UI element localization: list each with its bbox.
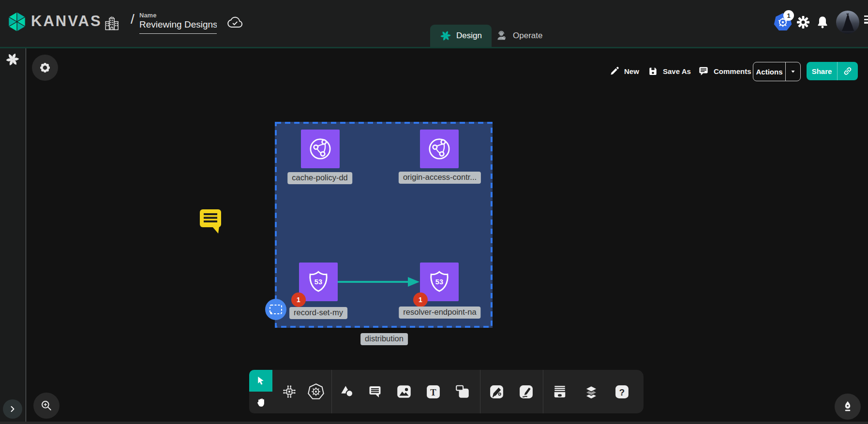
left-sidebar — [0, 48, 26, 424]
window-bottom-edge — [0, 422, 868, 424]
kubernetes-tool[interactable] — [305, 381, 327, 402]
comment-marker-icon — [199, 208, 223, 235]
avatar-image — [836, 11, 859, 34]
layers-tool[interactable] — [581, 381, 602, 402]
selection-group-distribution[interactable]: cache-policy-dd origin-access-contr... 5… — [275, 122, 493, 328]
tab-design[interactable]: Design — [430, 25, 492, 47]
design-name-input[interactable] — [139, 19, 217, 34]
help-glyph: ? — [619, 387, 624, 397]
flower-widget-icon — [38, 60, 52, 75]
image-tool[interactable] — [393, 381, 415, 402]
share-button-label: Share — [807, 62, 837, 80]
text-tool-glyph: T — [430, 387, 436, 397]
pen-nib-icon — [841, 400, 854, 413]
error-badge-record-set[interactable]: 1 — [291, 292, 306, 307]
organization-button[interactable] — [103, 15, 120, 32]
node-label-record-set: record-set-my — [289, 307, 347, 319]
link-icon — [842, 66, 853, 76]
shapes-icon — [339, 383, 355, 400]
pen-tool[interactable] — [486, 381, 507, 402]
tab-operate-label: Operate — [513, 31, 542, 41]
actions-dropdown-button[interactable]: Actions — [753, 62, 801, 81]
notifications-bell-icon — [815, 15, 830, 29]
kubernetes-helm-icon — [307, 383, 325, 400]
node-label-cache-policy: cache-policy-dd — [287, 172, 352, 184]
new-button-label: New — [624, 67, 639, 75]
route53-shield-icon: 53 — [427, 269, 452, 294]
breadcrumb-separator: / — [131, 12, 135, 27]
tab-design-label: Design — [456, 31, 482, 41]
settings-button[interactable] — [795, 15, 811, 30]
tab-operate[interactable]: Operate — [486, 25, 552, 47]
cloud-saved-icon — [225, 14, 244, 32]
cursor-icon — [254, 375, 267, 387]
meshery-swirl-icon — [5, 52, 20, 67]
layers-icon — [583, 383, 600, 400]
floppy-save-icon — [647, 66, 658, 77]
text-tool[interactable]: T — [422, 381, 444, 402]
note-icon — [454, 383, 471, 400]
selection-left-handle[interactable] — [265, 299, 286, 320]
actions-caret[interactable] — [785, 62, 800, 81]
settings-gear-icon — [795, 15, 811, 30]
pen-path-icon — [489, 384, 505, 400]
new-button[interactable]: New — [606, 62, 642, 80]
cloudfront-globe-icon — [307, 135, 334, 162]
dock-divider — [331, 370, 332, 413]
notifications-button[interactable] — [815, 15, 830, 29]
chevron-down-icon — [790, 68, 796, 75]
marquee-rect-icon — [269, 304, 283, 315]
copy-link-button[interactable] — [837, 62, 858, 80]
kanvas-logo-icon — [6, 11, 28, 33]
menu-icon[interactable] — [864, 15, 868, 24]
pan-tool[interactable] — [249, 392, 272, 413]
annotate-pen-button[interactable] — [835, 394, 861, 420]
pencil-new-icon — [609, 66, 620, 76]
cloud-saved-indicator — [225, 14, 244, 32]
kanvas-logo[interactable] — [6, 11, 28, 33]
comment-tool[interactable] — [364, 381, 386, 402]
route53-shield-number: 53 — [435, 278, 443, 286]
node-cache-policy[interactable] — [301, 130, 340, 168]
dock-divider — [480, 370, 480, 413]
operator-headset-icon — [495, 29, 508, 42]
hand-pan-icon — [255, 396, 267, 409]
edge-record-set-to-resolver[interactable] — [336, 276, 423, 288]
comment-bubble-icon — [698, 65, 709, 77]
archive-drawer-icon — [551, 383, 569, 400]
dock-select-column — [249, 370, 272, 413]
draw-tool[interactable] — [515, 381, 537, 402]
route53-shield-icon: 53 — [306, 269, 331, 294]
kubernetes-context-badge: 1 — [783, 10, 794, 21]
save-as-button[interactable]: Save As — [644, 62, 694, 80]
user-avatar[interactable] — [836, 11, 859, 34]
canvas-widget-button[interactable] — [32, 55, 58, 81]
archive-tool[interactable] — [549, 381, 570, 402]
node-label-resolver-endpoint: resolver-endpoint-na — [399, 307, 480, 319]
image-icon — [396, 383, 412, 400]
select-tool[interactable] — [249, 370, 272, 392]
comment-marker[interactable] — [199, 208, 223, 235]
shapes-tool[interactable] — [336, 381, 358, 402]
help-icon: ? — [614, 384, 630, 400]
pencil-draw-icon — [518, 384, 534, 400]
zoom-button[interactable] — [33, 393, 60, 419]
note-tool[interactable] — [452, 381, 473, 402]
share-button[interactable]: Share — [807, 62, 858, 80]
group-label-distribution: distribution — [360, 333, 408, 345]
help-tool[interactable]: ? — [611, 381, 632, 402]
comments-button-label: Comments — [714, 67, 751, 75]
chevron-right-icon — [8, 404, 17, 414]
error-badge-resolver-endpoint[interactable]: 1 — [413, 292, 428, 307]
circuit-component-icon — [281, 383, 298, 400]
node-origin-access-control[interactable] — [420, 130, 459, 168]
node-label-origin-access-control: origin-access-contr... — [399, 172, 481, 184]
route53-shield-number: 53 — [314, 278, 322, 286]
comment-bubble-icon — [367, 384, 383, 399]
dock-toolbar: T — [272, 370, 644, 413]
sidebar-meshery-button[interactable] — [5, 52, 20, 67]
component-tool[interactable] — [279, 381, 300, 402]
sidebar-expand-button[interactable] — [3, 399, 22, 419]
comments-button[interactable]: Comments — [695, 62, 754, 80]
node-record-set[interactable]: 53 — [299, 263, 338, 301]
